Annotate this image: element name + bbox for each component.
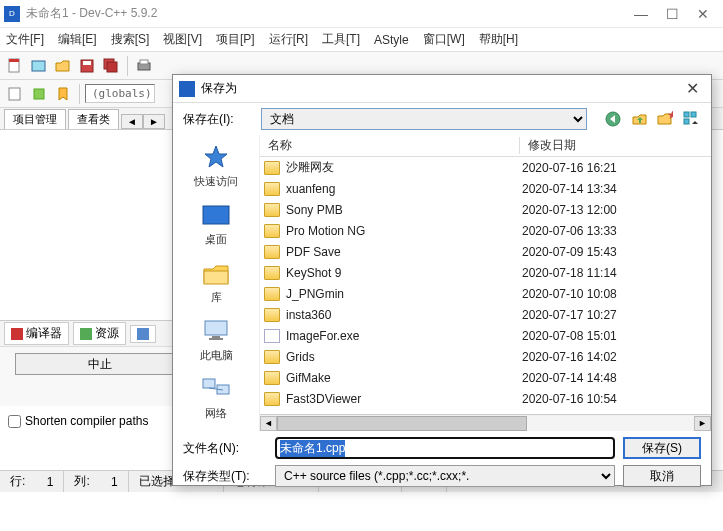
save-icon[interactable]: [76, 55, 98, 77]
menu-search[interactable]: 搜索[S]: [111, 31, 150, 48]
cancel-button[interactable]: 取消: [623, 465, 701, 487]
folder-icon: [264, 224, 280, 238]
abort-button[interactable]: 中止: [15, 353, 185, 375]
minimize-button[interactable]: —: [634, 6, 648, 22]
tab-project[interactable]: 项目管理: [4, 109, 66, 129]
menu-window[interactable]: 窗口[W]: [423, 31, 465, 48]
file-row[interactable]: Sony PMB2020-07-13 12:00: [260, 199, 711, 220]
file-row[interactable]: PDF Save2020-07-09 15:43: [260, 241, 711, 262]
file-row[interactable]: insta3602020-07-17 10:27: [260, 304, 711, 325]
col-name[interactable]: 名称: [260, 137, 520, 154]
dialog-bottom: 文件名(N): 保存(S) 保存类型(T): C++ source files …: [173, 431, 711, 493]
project-tree[interactable]: 编译器 资源 中止 Shorten compiler paths: [0, 130, 200, 470]
filetype-combo[interactable]: C++ source files (*.cpp;*.cc;*.cxx;*.: [275, 465, 615, 487]
menu-edit[interactable]: 编辑[E]: [58, 31, 97, 48]
log-tab[interactable]: [130, 325, 156, 343]
svg-rect-9: [9, 88, 20, 100]
shorten-label: Shorten compiler paths: [25, 414, 148, 428]
tab-nav-left[interactable]: ◄: [121, 114, 143, 129]
svg-rect-24: [203, 379, 215, 388]
place-library[interactable]: 库: [173, 259, 259, 305]
savein-combo[interactable]: 文档: [261, 108, 587, 130]
save-button[interactable]: 保存(S): [623, 437, 701, 459]
new-folder-icon[interactable]: ★: [655, 109, 675, 129]
horizontal-scrollbar[interactable]: ◄ ►: [260, 414, 711, 431]
menu-project[interactable]: 项目[P]: [216, 31, 255, 48]
tab-nav-right[interactable]: ►: [143, 114, 165, 129]
menu-run[interactable]: 运行[R]: [269, 31, 308, 48]
file-name: PDF Save: [286, 245, 522, 259]
file-row[interactable]: GifMake2020-07-14 14:48: [260, 367, 711, 388]
svg-rect-20: [204, 271, 228, 284]
file-row[interactable]: Grids2020-07-16 14:02: [260, 346, 711, 367]
file-row[interactable]: Fast3DViewer2020-07-16 10:54: [260, 388, 711, 409]
bookmark-icon[interactable]: [52, 83, 74, 105]
maximize-button[interactable]: ☐: [666, 6, 679, 22]
back-icon[interactable]: [603, 109, 623, 129]
new-project-icon[interactable]: [28, 55, 50, 77]
savein-label: 保存在(I):: [183, 111, 253, 128]
shorten-checkbox[interactable]: [8, 415, 21, 428]
close-button[interactable]: ✕: [697, 6, 709, 22]
folder-icon: [264, 308, 280, 322]
tab-classes[interactable]: 查看类: [68, 109, 119, 129]
svg-rect-6: [107, 62, 117, 72]
file-list[interactable]: 沙雕网友2020-07-16 16:21xuanfeng2020-07-14 1…: [260, 157, 711, 414]
place-quick[interactable]: 快速访问: [173, 143, 259, 189]
file-row[interactable]: ImageFor.exe2020-07-08 15:01: [260, 325, 711, 346]
folder-icon: [264, 245, 280, 259]
save-all-icon[interactable]: [100, 55, 122, 77]
file-date: 2020-07-14 13:34: [522, 182, 617, 196]
scroll-left-icon[interactable]: ◄: [260, 416, 277, 431]
scroll-thumb[interactable]: [277, 416, 527, 431]
place-desktop[interactable]: 桌面: [173, 201, 259, 247]
file-row[interactable]: Pro Motion NG2020-07-06 13:33: [260, 220, 711, 241]
save-as-dialog: 保存为 ✕ 保存在(I): 文档 ★ 快速访问 桌面 库 此电脑 网络 名称 修…: [172, 74, 712, 486]
file-row[interactable]: 沙雕网友2020-07-16 16:21: [260, 157, 711, 178]
folder-icon: [264, 266, 280, 280]
scroll-right-icon[interactable]: ►: [694, 416, 711, 431]
file-list-header[interactable]: 名称 修改日期: [260, 135, 711, 157]
up-icon[interactable]: [629, 109, 649, 129]
status-line: 1: [47, 475, 54, 489]
col-date[interactable]: 修改日期: [520, 137, 711, 154]
place-network[interactable]: 网络: [173, 375, 259, 421]
file-name: Fast3DViewer: [286, 392, 522, 406]
file-name: xuanfeng: [286, 182, 522, 196]
open-icon[interactable]: [52, 55, 74, 77]
file-list-area: 名称 修改日期 沙雕网友2020-07-16 16:21xuanfeng2020…: [259, 135, 711, 431]
view-menu-icon[interactable]: [681, 109, 701, 129]
svg-rect-19: [203, 206, 229, 224]
menu-help[interactable]: 帮助[H]: [479, 31, 518, 48]
menu-view[interactable]: 视图[V]: [163, 31, 202, 48]
new-source-icon[interactable]: [4, 83, 26, 105]
menu-astyle[interactable]: AStyle: [374, 33, 409, 47]
resources-tab[interactable]: 资源: [73, 322, 126, 345]
filename-input[interactable]: [275, 437, 615, 459]
print-icon[interactable]: [133, 55, 155, 77]
svg-rect-16: [684, 112, 689, 117]
file-row[interactable]: J_PNGmin2020-07-10 10:08: [260, 283, 711, 304]
new-file-icon[interactable]: [4, 55, 26, 77]
file-date: 2020-07-18 11:14: [522, 266, 617, 280]
menu-file[interactable]: 文件[F]: [6, 31, 44, 48]
place-thispc[interactable]: 此电脑: [173, 317, 259, 363]
file-date: 2020-07-09 15:43: [522, 245, 617, 259]
folder-icon: [264, 287, 280, 301]
window-title: 未命名1 - Dev-C++ 5.9.2: [26, 5, 634, 22]
globals-combo[interactable]: (globals): [85, 84, 155, 103]
insert-icon[interactable]: [28, 83, 50, 105]
dialog-close-icon[interactable]: ✕: [680, 79, 705, 98]
file-date: 2020-07-14 14:48: [522, 371, 617, 385]
svg-rect-1: [9, 59, 19, 62]
compiler-tab-label: 编译器: [26, 325, 62, 342]
exe-icon: [264, 329, 280, 343]
svg-rect-23: [209, 338, 223, 340]
menu-tools[interactable]: 工具[T]: [322, 31, 360, 48]
file-row[interactable]: xuanfeng2020-07-14 13:34: [260, 178, 711, 199]
places-bar: 快速访问 桌面 库 此电脑 网络: [173, 135, 259, 431]
file-date: 2020-07-06 13:33: [522, 224, 617, 238]
file-row[interactable]: KeyShot 92020-07-18 11:14: [260, 262, 711, 283]
compiler-tab[interactable]: 编译器: [4, 322, 69, 345]
folder-icon: [264, 392, 280, 406]
